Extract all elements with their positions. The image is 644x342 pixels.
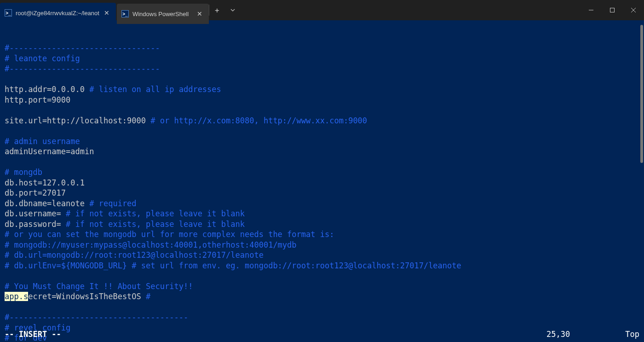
editor-text-segment: # db.url=mongodb://root:root123@localhos… — [5, 250, 264, 260]
vim-status-line: -- INSERT -- 25,30 Top — [5, 329, 639, 340]
titlebar-spacer[interactable] — [241, 0, 581, 20]
editor-text-segment: # required — [85, 199, 137, 208]
editor-text-segment — [5, 302, 9, 312]
editor-text-segment — [5, 105, 9, 115]
editor-text-segment: db.username= — [5, 209, 61, 218]
maximize-icon — [610, 8, 615, 12]
editor-text-segment — [5, 126, 9, 135]
editor-text-segment: # listen on all ip addresses — [85, 85, 221, 94]
editor-text-segment: db.port=27017 — [5, 188, 66, 197]
editor-text-segment: # db.urlEnv=${MONGODB_URL} # set url fro… — [5, 261, 461, 270]
editor-line: adminUsername=admin — [5, 146, 639, 157]
editor-text-segment: # if not exists, please leave it blank — [61, 220, 245, 229]
close-icon — [631, 8, 636, 12]
editor-text-segment: db.password= — [5, 220, 61, 229]
titlebar: >_ root@iZge84rrwvkualZ:~/leanot ✕ >_ Wi… — [0, 0, 644, 20]
editor-line: #-------------------------------- — [5, 64, 639, 74]
editor-text-segment: site.url=http://localhost:9000 — [5, 116, 146, 125]
editor-text-segment — [5, 75, 9, 84]
tab-dropdown-button[interactable] — [225, 0, 241, 20]
editor-text-segment: app.s — [5, 292, 28, 301]
editor-text-segment: # admin username — [5, 137, 80, 146]
editor-text-segment: # You Must Change It !! About Security!! — [5, 282, 193, 291]
editor-line: db.dbname=leanote # required — [5, 198, 639, 209]
editor-text-segment: # if not exists, please leave it blank — [61, 209, 245, 218]
editor-line: site.url=http://localhost:9000 # or http… — [5, 116, 639, 126]
minimize-button[interactable] — [581, 0, 602, 20]
editor-text-segment: # leanote config — [5, 54, 80, 63]
editor-text-segment — [5, 271, 9, 280]
editor-line — [5, 126, 639, 136]
scrollbar-thumb[interactable] — [640, 25, 643, 163]
new-tab-button[interactable]: + — [209, 0, 225, 20]
editor-line: db.host=127.0.0.1 — [5, 178, 639, 188]
editor-line: # mongodb://myuser:mypass@localhost:4000… — [5, 240, 639, 250]
editor-line: # db.urlEnv=${MONGODB_URL} # set url fro… — [5, 261, 639, 271]
editor-line — [5, 271, 639, 281]
tab-close-button[interactable]: ✕ — [196, 10, 203, 17]
minimize-icon — [589, 8, 593, 12]
editor-line — [5, 302, 639, 313]
editor-text-segment: # mongdb — [5, 168, 42, 177]
terminal-content[interactable]: #--------------------------------# leano… — [0, 20, 644, 342]
maximize-button[interactable] — [602, 0, 623, 20]
editor-text-segment: http.port=9000 — [5, 95, 70, 104]
editor-line: db.port=27017 — [5, 188, 639, 198]
chevron-down-icon — [230, 7, 236, 13]
editor-line: #-------------------------------- — [5, 43, 639, 53]
editor-text-segment: # mongodb://myuser:mypass@localhost:4000… — [5, 240, 297, 249]
editor-line: http.addr=0.0.0.0 # listen on all ip add… — [5, 84, 639, 95]
editor-text-segment — [5, 157, 9, 167]
powershell-icon: >_ — [121, 10, 129, 17]
editor-text-segment: #-------------------------------- — [5, 43, 160, 52]
editor-text-segment: # or you can set the mongodb url for mor… — [5, 230, 334, 239]
powershell-icon: >_ — [5, 9, 12, 17]
editor-text-segment: #-------------------------------- — [5, 64, 160, 73]
vim-cursor-position: 25,30 — [546, 329, 570, 340]
editor-line: # mongdb — [5, 167, 639, 178]
editor-line: # You Must Change It !! About Security!! — [5, 281, 639, 292]
editor-text-segment: db.dbname=leanote — [5, 199, 85, 208]
tab-close-button[interactable]: ✕ — [103, 9, 110, 17]
editor-line: db.username= # if not exists, please lea… — [5, 209, 639, 219]
editor-line: db.password= # if not exists, please lea… — [5, 219, 639, 230]
editor-line: http.port=9000 — [5, 95, 639, 105]
tab-title: root@iZge84rrwvkualZ:~/leanot — [16, 10, 99, 17]
editor-line — [5, 157, 639, 168]
editor-text-segment: ecret=WindowsIsTheBestOS — [28, 292, 141, 301]
window-controls — [581, 0, 644, 20]
close-window-button[interactable] — [623, 0, 644, 20]
editor-line — [5, 105, 639, 116]
editor-line: # or you can set the mongodb url for mor… — [5, 229, 639, 240]
editor-text-segment: # — [141, 292, 150, 301]
editor-text-segment: http.addr=0.0.0.0 — [5, 85, 85, 94]
editor-text-segment: db.host=127.0.0.1 — [5, 178, 85, 187]
editor-text-segment: #-------------------------------------- — [5, 313, 188, 322]
editor-line: # leanote config — [5, 53, 639, 64]
editor-line: # db.url=mongodb://root:root123@localhos… — [5, 250, 639, 261]
editor-text-segment: # or http://x.com:8080, http://www.xx.co… — [146, 116, 367, 125]
scrollbar-track[interactable] — [638, 20, 644, 342]
editor-line: #-------------------------------------- — [5, 312, 639, 323]
tabs-container: >_ root@iZge84rrwvkualZ:~/leanot ✕ >_ Wi… — [0, 0, 209, 20]
tab-title: Windows PowerShell — [132, 11, 192, 17]
svg-rect-1 — [610, 8, 615, 12]
editor-line: # admin username — [5, 136, 639, 147]
editor-text-segment: adminUsername=admin — [5, 147, 94, 156]
plus-icon: + — [215, 6, 219, 15]
vim-mode: -- INSERT -- — [5, 329, 61, 340]
editor-line: app.secret=WindowsIsTheBestOS # — [5, 291, 639, 302]
editor-line — [5, 74, 639, 85]
